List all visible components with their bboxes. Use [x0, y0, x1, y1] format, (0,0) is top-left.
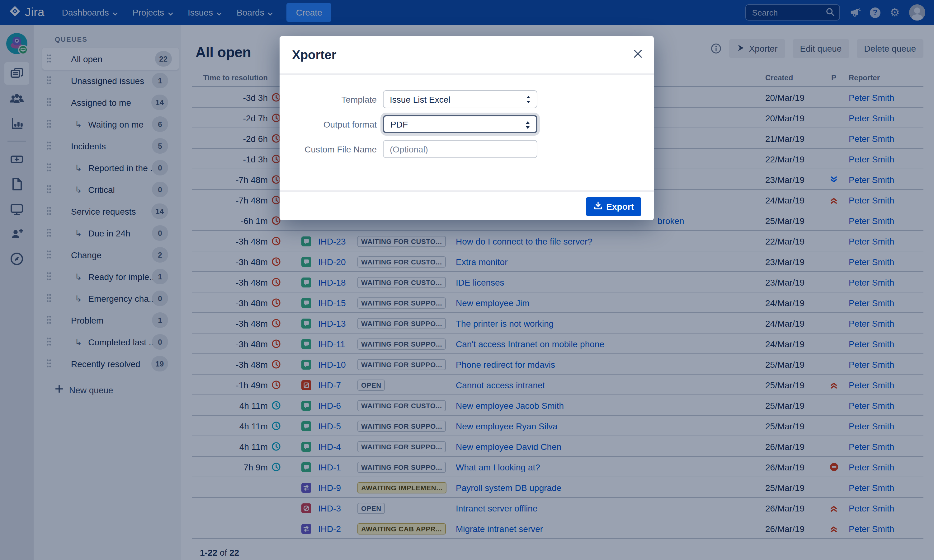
output-format-label: Output format [280, 119, 377, 129]
xporter-modal: Xporter Template Issue List Excel Output… [280, 36, 654, 220]
template-select[interactable]: Issue List Excel [383, 90, 537, 108]
select-arrows-icon [524, 121, 531, 131]
export-label: Export [606, 202, 634, 212]
custom-file-name-input[interactable] [383, 140, 537, 158]
app-root: Jira Dashboards Projects Issues Boards C… [0, 0, 934, 560]
template-label: Template [280, 94, 377, 104]
output-format-select[interactable]: PDF [383, 115, 537, 133]
select-arrows-icon [525, 95, 532, 106]
custom-file-name-label: Custom File Name [280, 144, 377, 154]
output-format-value: PDF [390, 119, 408, 129]
modal-title: Xporter [292, 48, 336, 62]
export-button[interactable]: Export [586, 197, 641, 216]
download-icon [593, 201, 603, 212]
close-icon[interactable] [633, 49, 643, 61]
template-select-value: Issue List Excel [390, 94, 450, 104]
